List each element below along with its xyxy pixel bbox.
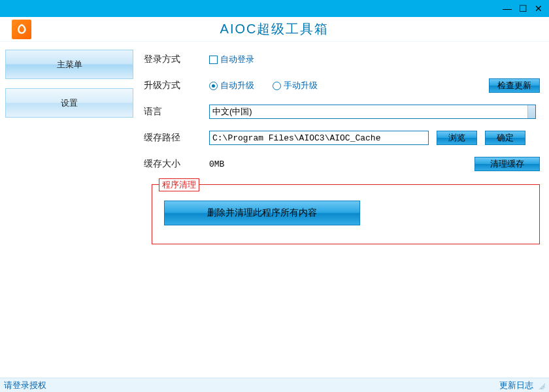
manual-upgrade-radio[interactable]: 手动升级 — [273, 80, 318, 91]
language-label: 语言 — [144, 106, 209, 118]
button-label: 检查更新 — [497, 80, 531, 91]
auto-login-checkbox[interactable]: 自动登录 — [209, 54, 254, 65]
header: AIOC超级工具箱 — [0, 17, 549, 42]
maximize-button[interactable]: ☐ — [518, 3, 528, 14]
sidebar-item-settings[interactable]: 设置 — [5, 88, 133, 118]
cache-size-label: 缓存大小 — [144, 158, 209, 170]
chevron-down-icon — [527, 105, 535, 118]
radio-icon — [273, 82, 281, 90]
checkbox-icon — [209, 56, 218, 64]
body-area: 主菜单 设置 登录方式 自动登录 升级方式 自动升级 手动升级 — [0, 42, 549, 378]
upgrade-method-label: 升级方式 — [144, 80, 209, 91]
statusbar: 请登录授权 更新日志 — [0, 378, 549, 392]
sidebar-item-main-menu[interactable]: 主菜单 — [5, 50, 133, 79]
clear-cache-button[interactable]: 清理缓存 — [474, 157, 540, 171]
button-label: 浏览 — [448, 132, 465, 144]
cleanup-group-title: 程序清理 — [159, 178, 199, 191]
row-cache-path: 缓存路径 浏览 确定 — [144, 128, 540, 148]
sidebar: 主菜单 设置 — [0, 42, 139, 378]
settings-panel: 登录方式 自动登录 升级方式 自动升级 手动升级 检查更新 语言 — [139, 42, 549, 378]
cache-path-input[interactable] — [209, 131, 429, 145]
button-label: 清理缓存 — [490, 158, 524, 170]
language-value: 中文(中国) — [212, 106, 252, 118]
app-title: AIOC超级工具箱 — [31, 20, 518, 38]
status-auth-text: 请登录授权 — [4, 380, 46, 391]
app-logo — [12, 20, 31, 39]
sidebar-item-label: 主菜单 — [57, 59, 82, 71]
button-label: 确定 — [497, 132, 514, 144]
cache-path-label: 缓存路径 — [144, 132, 209, 144]
logo-icon — [14, 22, 29, 37]
close-button[interactable]: ✕ — [533, 3, 544, 14]
program-cleanup-group: 程序清理 删除并清理此程序所有内容 — [152, 184, 540, 244]
delete-cleanup-button[interactable]: 删除并清理此程序所有内容 — [164, 201, 360, 225]
cache-size-value: 0MB — [209, 159, 224, 169]
login-method-label: 登录方式 — [144, 54, 209, 65]
row-language: 语言 中文(中国) — [144, 102, 540, 122]
language-select[interactable]: 中文(中国) — [209, 105, 536, 119]
auto-login-label: 自动登录 — [220, 54, 254, 65]
auto-upgrade-radio[interactable]: 自动升级 — [209, 80, 254, 91]
auto-upgrade-label: 自动升级 — [220, 80, 254, 91]
check-update-button[interactable]: 检查更新 — [489, 78, 540, 93]
row-upgrade-method: 升级方式 自动升级 手动升级 检查更新 — [144, 76, 540, 95]
button-label: 删除并清理此程序所有内容 — [207, 207, 317, 219]
row-login-method: 登录方式 自动登录 — [144, 50, 540, 69]
sidebar-item-label: 设置 — [61, 97, 78, 109]
resize-grip-icon[interactable] — [537, 382, 545, 389]
radio-icon — [209, 82, 218, 90]
changelog-link[interactable]: 更新日志 — [499, 380, 533, 391]
browse-button[interactable]: 浏览 — [437, 131, 477, 145]
confirm-button[interactable]: 确定 — [485, 131, 525, 145]
minimize-button[interactable]: — — [502, 3, 512, 14]
manual-upgrade-label: 手动升级 — [284, 80, 318, 91]
titlebar: — ☐ ✕ — [0, 0, 549, 17]
row-cache-size: 缓存大小 0MB 清理缓存 — [144, 154, 540, 174]
